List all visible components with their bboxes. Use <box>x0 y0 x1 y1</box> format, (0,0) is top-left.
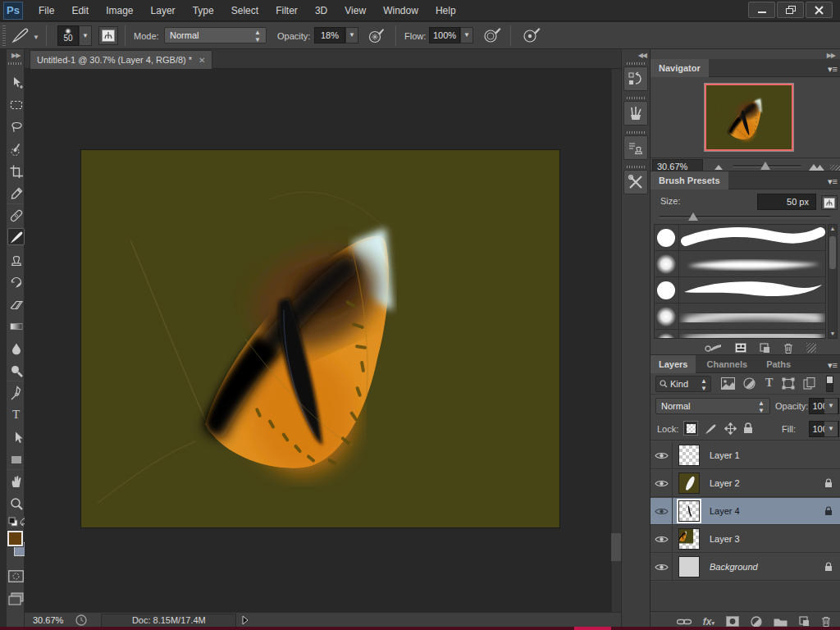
menu-type[interactable]: Type <box>185 0 221 21</box>
canvas[interactable] <box>81 150 559 527</box>
options-grip[interactable] <box>2 25 6 46</box>
brush-preset-soft-round[interactable] <box>655 330 825 339</box>
zoom-out-icon[interactable] <box>713 163 724 171</box>
close-tab-icon[interactable]: ✕ <box>199 56 205 65</box>
brush-panel-toggle-icon[interactable] <box>735 343 746 353</box>
pixel-layer-filter-icon[interactable] <box>721 377 735 390</box>
layer-thumbnail[interactable] <box>678 528 700 550</box>
brush-preset-picker[interactable]: 50 <box>57 25 79 46</box>
sync-status-icon[interactable] <box>75 614 88 627</box>
flow-value-box[interactable]: 100% <box>429 27 460 43</box>
panel-resize-grip[interactable] <box>806 343 816 353</box>
tool-presets-panel-button[interactable] <box>623 170 648 194</box>
menu-help[interactable]: Help <box>428 0 463 21</box>
history-brush-tool[interactable] <box>7 273 25 290</box>
panel-expand-button[interactable]: ▶▶ <box>827 52 835 59</box>
lock-all-button[interactable] <box>741 421 756 436</box>
lock-pixels-button[interactable] <box>703 421 718 436</box>
doc-size-indicator[interactable]: Doc: 8.15M/17.4M <box>101 614 236 628</box>
screen-mode-button[interactable] <box>8 592 24 605</box>
visibility-toggle[interactable] <box>651 442 673 469</box>
tab-paths[interactable]: Paths <box>758 355 799 373</box>
panel-menu-icon[interactable]: ▾≡ <box>828 176 838 187</box>
airbrush-button[interactable] <box>482 26 502 44</box>
gradient-tool[interactable] <box>7 317 25 335</box>
quick-selection-tool[interactable] <box>7 140 25 158</box>
brush-size-slider-thumb[interactable] <box>688 212 698 221</box>
brush-preset-soft-round[interactable] <box>655 304 825 330</box>
opacity-caret[interactable]: ▼ <box>824 398 838 414</box>
document-tab[interactable]: Untitled-1 @ 30.7% (Layer 4, RGB/8) * ✕ <box>30 50 212 69</box>
spot-healing-brush-tool[interactable] <box>7 207 25 224</box>
restore-button[interactable] <box>777 2 804 18</box>
layer-thumbnail[interactable] <box>678 556 700 578</box>
clone-source-panel-button[interactable] <box>623 135 648 160</box>
history-panel-button[interactable] <box>623 66 648 91</box>
scroll-thumb[interactable] <box>829 236 836 269</box>
menu-filter[interactable]: Filter <box>268 0 305 21</box>
default-colors-button[interactable] <box>8 517 18 527</box>
layer-mask-icon[interactable] <box>726 616 739 627</box>
eraser-tool[interactable] <box>7 295 25 313</box>
menu-view[interactable]: View <box>337 0 373 21</box>
menu-file[interactable]: File <box>31 0 62 21</box>
type-filter-icon[interactable]: T <box>765 377 773 390</box>
toolbar-grip[interactable] <box>8 62 23 65</box>
visibility-toggle[interactable] <box>651 470 673 497</box>
brush-tool[interactable] <box>7 228 25 245</box>
layer-thumbnail[interactable] <box>678 500 700 522</box>
zoom-tool[interactable] <box>7 495 25 512</box>
shape-filter-icon[interactable] <box>782 377 795 390</box>
lock-transparency-button[interactable] <box>683 421 698 436</box>
quick-mask-button[interactable] <box>8 570 24 582</box>
menu-3d[interactable]: 3D <box>308 0 335 21</box>
fill-caret[interactable]: ▼ <box>824 421 838 437</box>
dodge-tool[interactable] <box>7 362 25 379</box>
brush-preset-hard-round[interactable] <box>655 225 825 251</box>
move-tool[interactable] <box>7 74 25 91</box>
opacity-value-box[interactable]: 18% <box>314 27 345 43</box>
visibility-toggle[interactable] <box>651 498 673 525</box>
tab-layers[interactable]: Layers <box>651 355 696 373</box>
tool-preset-caret[interactable]: ▼ <box>33 34 39 41</box>
brush-preset-hard-round[interactable] <box>655 277 825 304</box>
lasso-tool[interactable] <box>7 118 25 135</box>
adjustment-filter-icon[interactable] <box>743 377 756 390</box>
new-brush-icon[interactable] <box>760 343 770 354</box>
tab-channels[interactable]: Channels <box>699 355 756 373</box>
menu-select[interactable]: Select <box>224 0 266 21</box>
canvas-vertical-scrollbar[interactable] <box>611 69 621 612</box>
trash-icon[interactable] <box>783 343 793 354</box>
layer-row-layer3[interactable]: Layer 3 <box>651 526 840 553</box>
group-icon[interactable] <box>774 616 788 627</box>
layer-row-layer1[interactable]: Layer 1 <box>651 442 840 469</box>
brush-size-field[interactable]: 50 px <box>757 194 816 210</box>
visibility-toggle[interactable] <box>651 526 673 553</box>
lock-position-button[interactable] <box>723 421 737 436</box>
adjustment-layer-icon[interactable] <box>751 616 762 628</box>
opacity-caret[interactable]: ▼ <box>345 27 358 43</box>
preset-scrollbar[interactable]: ▲ ▼ <box>828 224 838 339</box>
brush-preset-soft-round[interactable] <box>655 251 825 277</box>
menu-window[interactable]: Window <box>376 0 426 21</box>
menu-layer[interactable]: Layer <box>144 0 183 21</box>
dock-collapse-button[interactable]: ◀◀ <box>638 52 646 59</box>
panel-menu-icon[interactable]: ▾≡ <box>828 64 838 75</box>
current-tool-button[interactable] <box>11 27 33 43</box>
navigator-zoom-slider-thumb[interactable] <box>760 162 770 170</box>
tablet-opacity-button[interactable] <box>368 26 386 44</box>
canvas-pasteboard[interactable] <box>25 69 611 612</box>
dock-grip[interactable] <box>627 97 645 99</box>
menu-image[interactable]: Image <box>98 0 140 21</box>
layer-row-background[interactable]: Background <box>651 554 840 581</box>
pen-tool[interactable] <box>7 384 25 401</box>
dock-grip[interactable] <box>627 166 645 168</box>
trash-icon[interactable] <box>821 616 831 627</box>
rectangle-shape-tool[interactable] <box>7 450 25 468</box>
stroke-preview-icon[interactable] <box>704 343 722 353</box>
flow-caret[interactable]: ▼ <box>460 27 473 43</box>
smart-object-filter-icon[interactable] <box>803 377 815 390</box>
toolbar-collapse-button[interactable]: ▶▶ <box>11 52 20 59</box>
brush-picker-caret[interactable]: ▼ <box>79 25 92 46</box>
scroll-up-icon[interactable]: ▲ <box>829 225 837 233</box>
